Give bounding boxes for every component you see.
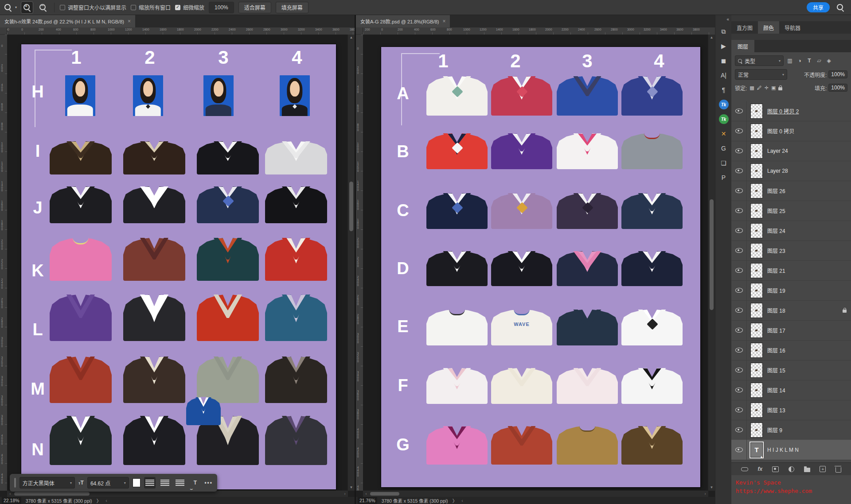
status-back-chevron-icon[interactable]: ‹ [105, 498, 107, 503]
layer-thumbnail[interactable] [750, 263, 763, 278]
lock-position-icon[interactable]: ✛ [765, 85, 769, 91]
scroll-right-icon[interactable]: › [702, 491, 708, 497]
status-zoom[interactable]: 22.18% [2, 497, 21, 504]
checkbox-icon-checked[interactable] [175, 5, 180, 10]
layer-row[interactable]: 图层 15 [731, 360, 851, 380]
adjustment-filter-icon[interactable]: ◑ [796, 58, 803, 64]
layer-thumbnail[interactable] [750, 423, 763, 438]
visibility-toggle[interactable] [731, 141, 747, 161]
blend-mode-dropdown[interactable]: 正常 ▾ [735, 69, 787, 80]
visibility-toggle[interactable] [731, 340, 747, 360]
scrollbar-thumb[interactable] [14, 492, 90, 496]
delete-layer-icon[interactable] [835, 466, 841, 473]
paragraph-panel-icon[interactable]: ¶ [715, 83, 732, 97]
scroll-left-icon[interactable]: ‹ [7, 491, 13, 497]
scroll-up-icon[interactable]: ▲ [708, 35, 715, 41]
fit-screen-button[interactable]: 适合屏幕 [238, 2, 271, 13]
tab-color[interactable]: 颜色 [758, 21, 779, 34]
drag-handle[interactable] [14, 478, 16, 488]
pixel-filter-icon[interactable]: ▥ [786, 58, 793, 64]
fill-screen-button[interactable]: 填充屏幕 [276, 2, 308, 13]
visibility-toggle[interactable] [731, 201, 747, 221]
zoom-all-windows-checkbox[interactable]: 缩放所有窗口 [131, 4, 171, 11]
visibility-toggle[interactable] [731, 300, 747, 320]
visibility-toggle[interactable] [731, 420, 747, 440]
tk-blue-badge-icon[interactable]: Tk [715, 98, 732, 111]
layer-row[interactable]: 图层 25 [731, 201, 851, 221]
layer-row[interactable]: Layer 28 [731, 161, 851, 181]
close-icon[interactable]: × [442, 18, 445, 24]
visibility-toggle[interactable] [731, 320, 747, 340]
horizontal-scrollbar[interactable]: ‹ › [363, 490, 708, 497]
layer-effects-icon[interactable]: fx [758, 466, 763, 472]
layer-thumbnail[interactable] [750, 203, 763, 218]
visibility-toggle[interactable] [731, 400, 747, 420]
visibility-toggle[interactable] [731, 440, 747, 460]
layer-thumbnail[interactable] [750, 383, 763, 398]
character-panel-icon[interactable]: A| [715, 69, 732, 82]
visibility-toggle[interactable] [731, 240, 747, 260]
status-menu-chevron-icon[interactable]: 〉 [97, 497, 101, 504]
align-right-button[interactable] [174, 477, 186, 488]
bag-panel-icon[interactable]: ◼ [715, 54, 732, 67]
layer-row[interactable]: 图层 0 拷贝 [731, 121, 851, 141]
tool-preset-chevron-icon[interactable]: ▾ [15, 5, 17, 9]
layer-thumbnail[interactable] [750, 303, 763, 318]
layer-row[interactable]: 图层 16 [731, 340, 851, 361]
warp-text-button[interactable]: T [189, 477, 201, 488]
more-options-icon[interactable]: ••• [204, 480, 213, 486]
status-back-chevron-icon[interactable]: ‹ [461, 498, 463, 503]
visibility-toggle[interactable] [731, 181, 747, 201]
status-menu-chevron-icon[interactable]: 〉 [453, 497, 457, 504]
shape-filter-icon[interactable]: ▱ [816, 58, 823, 64]
zoom-tool-icon[interactable] [4, 3, 12, 12]
visibility-toggle[interactable] [731, 221, 747, 240]
layer-row[interactable]: TH I J K L M N [731, 440, 851, 460]
vertical-scrollbar[interactable]: ▲ ▼ [347, 35, 355, 491]
brushes-x-icon[interactable]: ✕ [715, 127, 732, 140]
lock-all-icon[interactable] [778, 87, 782, 90]
fill-value[interactable]: 100% [828, 84, 847, 92]
scrubby-zoom-checkbox[interactable]: 细微缩放 [175, 4, 204, 11]
visibility-toggle[interactable] [731, 280, 747, 300]
new-layer-icon[interactable]: + [820, 466, 826, 472]
scrollbar-thumb[interactable] [349, 182, 353, 231]
vertical-scrollbar[interactable]: ▲ ▼ [708, 35, 715, 491]
layer-row[interactable]: 图层 14 [731, 380, 851, 400]
canvas-area[interactable]: 1234ABCDEFGWAVE [363, 35, 708, 491]
layer-thumbnail[interactable] [750, 403, 763, 418]
visibility-toggle[interactable] [731, 260, 747, 280]
tab-navigator[interactable]: 导航器 [779, 21, 806, 34]
lock-transparency-icon[interactable]: ▩ [750, 85, 754, 91]
actions-panel-icon[interactable]: ▶ [715, 39, 732, 53]
layer-thumbnail[interactable] [750, 163, 763, 178]
opacity-value[interactable]: 100% [828, 70, 847, 78]
scroll-up-icon[interactable]: ▲ [348, 35, 355, 41]
text-color-swatch[interactable] [133, 478, 141, 487]
layer-row[interactable]: 图层 0 拷贝 2 [731, 101, 851, 121]
g-panel-icon[interactable]: G [715, 142, 732, 155]
checkbox-icon[interactable] [60, 5, 65, 10]
collapse-panels-icon[interactable]: « [726, 17, 729, 22]
close-icon[interactable]: × [128, 18, 131, 24]
zoom-in-button[interactable] [21, 2, 33, 13]
scroll-right-icon[interactable]: › [342, 491, 348, 497]
p-panel-icon[interactable]: P [715, 171, 732, 184]
layer-thumbnail[interactable] [750, 343, 763, 358]
visibility-toggle[interactable] [731, 360, 747, 380]
visibility-toggle[interactable] [731, 121, 747, 141]
scroll-left-icon[interactable]: ‹ [363, 491, 369, 497]
pages-panel-icon[interactable]: ❏ [715, 156, 732, 170]
smart-object-filter-icon[interactable]: ◈ [825, 58, 832, 64]
adjustment-layer-icon[interactable] [789, 466, 794, 472]
layer-row[interactable]: 图层 24 [731, 221, 851, 241]
scrollbar-thumb[interactable] [710, 199, 714, 310]
visibility-toggle[interactable] [731, 161, 747, 181]
canvas-area[interactable]: 1234HIJKLMN [7, 35, 348, 491]
layer-thumbnail[interactable] [750, 283, 763, 298]
layer-filter-dropdown[interactable]: 类型 ▾ [735, 55, 784, 66]
document-tab-1[interactable]: 女装h-n效果 24款.psd @ 22.2% (H I J K L M N, … [0, 15, 135, 27]
status-zoom[interactable]: 21.76% [358, 497, 377, 504]
lock-pixels-icon[interactable]: 🖉 [757, 85, 762, 90]
tab-histogram[interactable]: 直方图 [731, 21, 758, 34]
